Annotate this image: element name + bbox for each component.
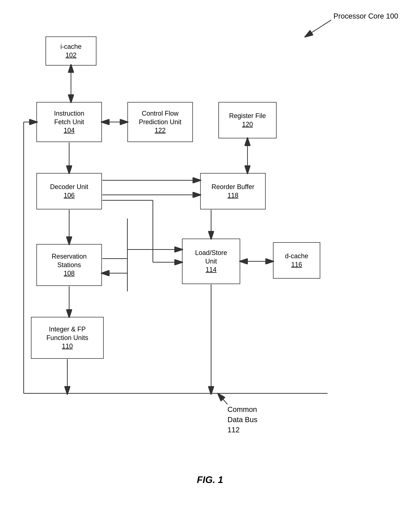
diagram: Processor Core 100 i-cache 102 Instructi… (0, 0, 420, 507)
reg-file-block: Register File 120 (218, 102, 277, 138)
cfpu-block: Control FlowPrediction Unit 122 (127, 102, 193, 142)
cdb-label-arrow (218, 394, 227, 404)
fig-label: FIG. 1 (197, 474, 223, 485)
int-fp-block: Integer & FPFunction Units 110 (31, 317, 104, 359)
cdb-label: CommonData Bus112 (227, 404, 257, 435)
processor-core-label: Processor Core 100 (333, 11, 398, 21)
decoder-block: Decoder Unit 106 (36, 173, 102, 209)
reorder-block: Reorder Buffer 118 (200, 173, 266, 209)
icache-block: i-cache 102 (46, 36, 96, 66)
load-store-block: Load/StoreUnit 114 (182, 239, 240, 284)
res-stations-block: ReservationStations 108 (36, 244, 102, 286)
ifu-block: InstructionFetch Unit 104 (36, 102, 102, 142)
dcache-block: d-cache 116 (273, 242, 320, 279)
processor-core-arrow (306, 20, 331, 36)
